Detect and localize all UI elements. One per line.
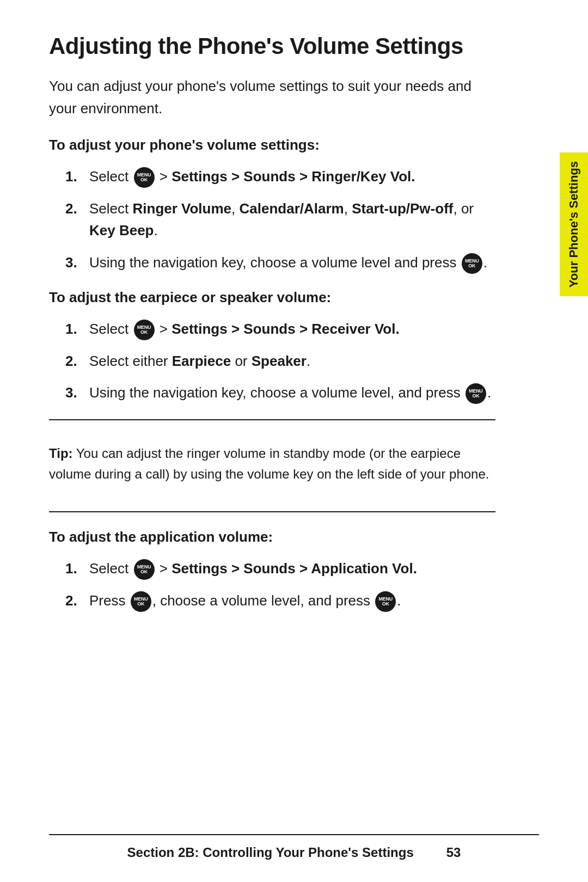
footer-page-number: 53 bbox=[446, 845, 461, 860]
menu-icon-inline: MENUOK bbox=[465, 383, 486, 404]
step-number: 2. bbox=[65, 198, 83, 219]
list-item: 2. Select either Earpiece or Speaker. bbox=[65, 350, 495, 372]
step-content: Select MENUOK > Settings > Sounds > Rece… bbox=[89, 318, 495, 340]
menu-ok-icon: MENUOK bbox=[375, 591, 396, 612]
section3-heading: To adjust the application volume: bbox=[49, 529, 495, 546]
intro-text: You can adjust your phone's volume setti… bbox=[49, 75, 495, 119]
list-item: 1. Select MENUOK > Settings > Sounds > R… bbox=[65, 318, 495, 340]
list-item: 3. Using the navigation key, choose a vo… bbox=[65, 252, 495, 274]
footer: Section 2B: Controlling Your Phone's Set… bbox=[49, 834, 539, 860]
menu-icon-inline: MENUOK bbox=[134, 320, 155, 340]
step-number: 1. bbox=[65, 318, 83, 340]
step-number: 2. bbox=[65, 350, 83, 372]
menu-ok-icon: MENUOK bbox=[131, 591, 151, 612]
section1-steps: 1. Select MENUOK > Settings > Sounds > R… bbox=[49, 166, 495, 274]
menu-icon-inline: MENUOK bbox=[131, 591, 151, 612]
section3-steps: 1. Select MENUOK > Settings > Sounds > A… bbox=[49, 558, 495, 612]
step-number: 3. bbox=[65, 382, 83, 403]
step-content: Select MENUOK > Settings > Sounds > Ring… bbox=[89, 166, 495, 188]
section2-steps: 1. Select MENUOK > Settings > Sounds > R… bbox=[49, 318, 495, 405]
page-title: Adjusting the Phone's Volume Settings bbox=[49, 33, 495, 60]
list-item: 2. Select Ringer Volume, Calendar/Alarm,… bbox=[65, 198, 495, 242]
section1-heading: To adjust your phone's volume settings: bbox=[49, 137, 495, 154]
step-number: 3. bbox=[65, 252, 83, 273]
section2-heading: To adjust the earpiece or speaker volume… bbox=[49, 289, 495, 306]
step-content: Select either Earpiece or Speaker. bbox=[89, 350, 495, 372]
menu-ok-icon: MENUOK bbox=[465, 383, 486, 404]
step-content: Select MENUOK > Settings > Sounds > Appl… bbox=[89, 558, 495, 580]
step-content: Using the navigation key, choose a volum… bbox=[89, 252, 495, 274]
divider-top bbox=[49, 419, 495, 420]
side-tab: Your Phone's Settings bbox=[560, 152, 588, 296]
list-item: 3. Using the navigation key, choose a vo… bbox=[65, 382, 495, 404]
menu-icon-inline: MENUOK bbox=[134, 167, 155, 188]
list-item: 2. Press MENUOK, choose a volume level, … bbox=[65, 590, 495, 612]
step-number: 2. bbox=[65, 590, 83, 611]
menu-icon-inline: MENUOK bbox=[375, 591, 396, 612]
tip-body: You can adjust the ringer volume in stan… bbox=[49, 446, 489, 481]
tip-label: Tip: bbox=[49, 446, 73, 461]
tip-text: Tip: You can adjust the ringer volume in… bbox=[49, 443, 495, 483]
menu-icon-inline: MENUOK bbox=[462, 253, 482, 274]
step-content: Press MENUOK, choose a volume level, and… bbox=[89, 590, 495, 612]
menu-ok-icon: MENUOK bbox=[134, 559, 155, 580]
side-tab-text: Your Phone's Settings bbox=[567, 161, 581, 287]
menu-icon-inline: MENUOK bbox=[134, 559, 155, 580]
tip-box: Tip: You can adjust the ringer volume in… bbox=[49, 433, 495, 493]
list-item: 1. Select MENUOK > Settings > Sounds > R… bbox=[65, 166, 495, 188]
menu-ok-icon: MENUOK bbox=[134, 320, 155, 340]
step-number: 1. bbox=[65, 558, 83, 579]
menu-ok-icon: MENUOK bbox=[134, 167, 155, 188]
menu-ok-icon: MENUOK bbox=[462, 253, 482, 274]
divider-bottom bbox=[49, 511, 495, 512]
step-content: Select Ringer Volume, Calendar/Alarm, St… bbox=[89, 198, 495, 242]
list-item: 1. Select MENUOK > Settings > Sounds > A… bbox=[65, 558, 495, 580]
step-number: 1. bbox=[65, 166, 83, 187]
step-content: Using the navigation key, choose a volum… bbox=[89, 382, 495, 404]
footer-section-text: Section 2B: Controlling Your Phone's Set… bbox=[127, 845, 414, 860]
